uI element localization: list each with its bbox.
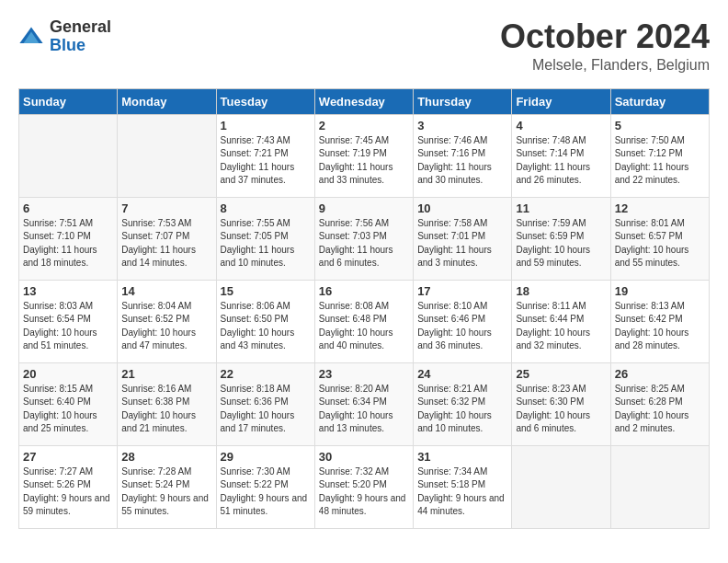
day-info: Sunrise: 8:11 AMSunset: 6:44 PMDaylight:… (516, 300, 606, 353)
calendar-cell: 17Sunrise: 8:10 AMSunset: 6:46 PMDayligh… (414, 280, 512, 362)
day-info: Sunrise: 7:43 AMSunset: 7:21 PMDaylight:… (221, 134, 311, 188)
day-number: 18 (516, 284, 606, 298)
day-info: Sunrise: 7:50 AMSunset: 7:12 PMDaylight:… (615, 134, 705, 188)
day-number: 28 (121, 450, 211, 464)
day-number: 23 (319, 367, 409, 381)
day-number: 21 (121, 367, 211, 381)
calendar-week-3: 13Sunrise: 8:03 AMSunset: 6:54 PMDayligh… (19, 280, 710, 362)
calendar-cell: 26Sunrise: 8:25 AMSunset: 6:28 PMDayligh… (610, 362, 709, 445)
calendar-cell: 29Sunrise: 7:30 AMSunset: 5:22 PMDayligh… (216, 445, 314, 528)
day-number: 25 (516, 367, 606, 381)
calendar-cell: 13Sunrise: 8:03 AMSunset: 6:54 PMDayligh… (19, 280, 118, 362)
calendar-cell (118, 114, 216, 197)
day-info: Sunrise: 8:18 AMSunset: 6:36 PMDaylight:… (221, 383, 311, 436)
day-number: 24 (417, 367, 507, 381)
day-info: Sunrise: 8:15 AMSunset: 6:40 PMDaylight:… (23, 383, 113, 436)
day-info: Sunrise: 7:46 AMSunset: 7:16 PMDaylight:… (417, 134, 507, 188)
calendar-cell (19, 114, 118, 197)
day-info: Sunrise: 8:08 AMSunset: 6:48 PMDaylight:… (319, 300, 409, 353)
day-number: 17 (417, 284, 507, 298)
day-number: 4 (516, 119, 606, 132)
day-number: 3 (417, 119, 507, 132)
calendar-header: SundayMondayTuesdayWednesdayThursdayFrid… (19, 88, 710, 114)
day-info: Sunrise: 8:04 AMSunset: 6:52 PMDaylight:… (121, 300, 211, 353)
calendar-cell: 10Sunrise: 7:58 AMSunset: 7:01 PMDayligh… (414, 197, 512, 280)
day-info: Sunrise: 8:13 AMSunset: 6:42 PMDaylight:… (615, 300, 705, 353)
page-header: General Blue October 2024 Melsele, Fland… (18, 18, 710, 74)
calendar-cell (610, 445, 709, 528)
day-number: 31 (417, 450, 507, 464)
day-number: 6 (23, 201, 113, 215)
location: Melsele, Flanders, Belgium (500, 57, 710, 74)
column-header-tuesday: Tuesday (216, 88, 314, 114)
day-info: Sunrise: 7:45 AMSunset: 7:19 PMDaylight:… (319, 134, 409, 188)
day-info: Sunrise: 7:58 AMSunset: 7:01 PMDaylight:… (417, 217, 507, 270)
column-header-wednesday: Wednesday (314, 88, 413, 114)
day-info: Sunrise: 7:59 AMSunset: 6:59 PMDaylight:… (516, 217, 606, 270)
day-info: Sunrise: 8:06 AMSunset: 6:50 PMDaylight:… (221, 300, 311, 353)
logo-text: General Blue (50, 18, 111, 55)
day-number: 27 (23, 450, 113, 464)
column-header-saturday: Saturday (610, 88, 709, 114)
calendar-cell: 22Sunrise: 8:18 AMSunset: 6:36 PMDayligh… (216, 362, 314, 445)
day-number: 5 (615, 119, 705, 132)
calendar-cell: 31Sunrise: 7:34 AMSunset: 5:18 PMDayligh… (414, 445, 512, 528)
day-number: 14 (121, 284, 211, 298)
day-number: 1 (221, 119, 311, 132)
day-number: 15 (221, 284, 311, 298)
day-number: 26 (615, 367, 705, 381)
day-info: Sunrise: 8:23 AMSunset: 6:30 PMDaylight:… (516, 383, 606, 436)
day-info: Sunrise: 7:51 AMSunset: 7:10 PMDaylight:… (23, 217, 113, 270)
column-header-monday: Monday (118, 88, 216, 114)
day-info: Sunrise: 7:48 AMSunset: 7:14 PMDaylight:… (516, 134, 606, 188)
day-number: 8 (221, 201, 311, 215)
calendar-cell: 12Sunrise: 8:01 AMSunset: 6:57 PMDayligh… (610, 197, 709, 280)
calendar-cell (512, 445, 610, 528)
day-number: 7 (121, 201, 211, 215)
logo-icon (18, 24, 44, 50)
calendar-cell: 11Sunrise: 7:59 AMSunset: 6:59 PMDayligh… (512, 197, 610, 280)
calendar-cell: 6Sunrise: 7:51 AMSunset: 7:10 PMDaylight… (19, 197, 118, 280)
day-number: 2 (319, 119, 409, 132)
calendar-cell: 27Sunrise: 7:27 AMSunset: 5:26 PMDayligh… (19, 445, 118, 528)
calendar-cell: 3Sunrise: 7:46 AMSunset: 7:16 PMDaylight… (414, 114, 512, 197)
day-info: Sunrise: 8:25 AMSunset: 6:28 PMDaylight:… (615, 383, 705, 436)
calendar-cell: 9Sunrise: 7:56 AMSunset: 7:03 PMDaylight… (314, 197, 413, 280)
calendar-table: SundayMondayTuesdayWednesdayThursdayFrid… (18, 88, 710, 529)
day-info: Sunrise: 7:56 AMSunset: 7:03 PMDaylight:… (319, 217, 409, 270)
logo: General Blue (18, 18, 111, 55)
day-number: 10 (417, 201, 507, 215)
day-number: 12 (615, 201, 705, 215)
calendar-cell: 7Sunrise: 7:53 AMSunset: 7:07 PMDaylight… (118, 197, 216, 280)
day-number: 19 (615, 284, 705, 298)
day-info: Sunrise: 7:27 AMSunset: 5:26 PMDaylight:… (23, 465, 113, 519)
calendar-cell: 19Sunrise: 8:13 AMSunset: 6:42 PMDayligh… (610, 280, 709, 362)
calendar-cell: 15Sunrise: 8:06 AMSunset: 6:50 PMDayligh… (216, 280, 314, 362)
day-number: 13 (23, 284, 113, 298)
calendar-week-2: 6Sunrise: 7:51 AMSunset: 7:10 PMDaylight… (19, 197, 710, 280)
calendar-body: 1Sunrise: 7:43 AMSunset: 7:21 PMDaylight… (19, 114, 710, 528)
day-number: 9 (319, 201, 409, 215)
calendar-cell: 1Sunrise: 7:43 AMSunset: 7:21 PMDaylight… (216, 114, 314, 197)
calendar-cell: 25Sunrise: 8:23 AMSunset: 6:30 PMDayligh… (512, 362, 610, 445)
calendar-cell: 5Sunrise: 7:50 AMSunset: 7:12 PMDaylight… (610, 114, 709, 197)
day-info: Sunrise: 7:32 AMSunset: 5:20 PMDaylight:… (319, 465, 409, 519)
column-header-friday: Friday (512, 88, 610, 114)
day-info: Sunrise: 7:55 AMSunset: 7:05 PMDaylight:… (221, 217, 311, 270)
column-header-sunday: Sunday (19, 88, 118, 114)
calendar-cell: 18Sunrise: 8:11 AMSunset: 6:44 PMDayligh… (512, 280, 610, 362)
calendar-week-1: 1Sunrise: 7:43 AMSunset: 7:21 PMDaylight… (19, 114, 710, 197)
logo-blue: Blue (50, 37, 111, 55)
day-number: 30 (319, 450, 409, 464)
day-info: Sunrise: 8:03 AMSunset: 6:54 PMDaylight:… (23, 300, 113, 353)
day-info: Sunrise: 7:30 AMSunset: 5:22 PMDaylight:… (221, 465, 311, 519)
day-number: 22 (221, 367, 311, 381)
day-info: Sunrise: 7:28 AMSunset: 5:24 PMDaylight:… (121, 465, 211, 519)
calendar-cell: 23Sunrise: 8:20 AMSunset: 6:34 PMDayligh… (314, 362, 413, 445)
day-number: 20 (23, 367, 113, 381)
day-info: Sunrise: 7:34 AMSunset: 5:18 PMDaylight:… (417, 465, 507, 519)
calendar-cell: 4Sunrise: 7:48 AMSunset: 7:14 PMDaylight… (512, 114, 610, 197)
calendar-cell: 16Sunrise: 8:08 AMSunset: 6:48 PMDayligh… (314, 280, 413, 362)
day-info: Sunrise: 7:53 AMSunset: 7:07 PMDaylight:… (121, 217, 211, 270)
day-info: Sunrise: 8:16 AMSunset: 6:38 PMDaylight:… (121, 383, 211, 436)
